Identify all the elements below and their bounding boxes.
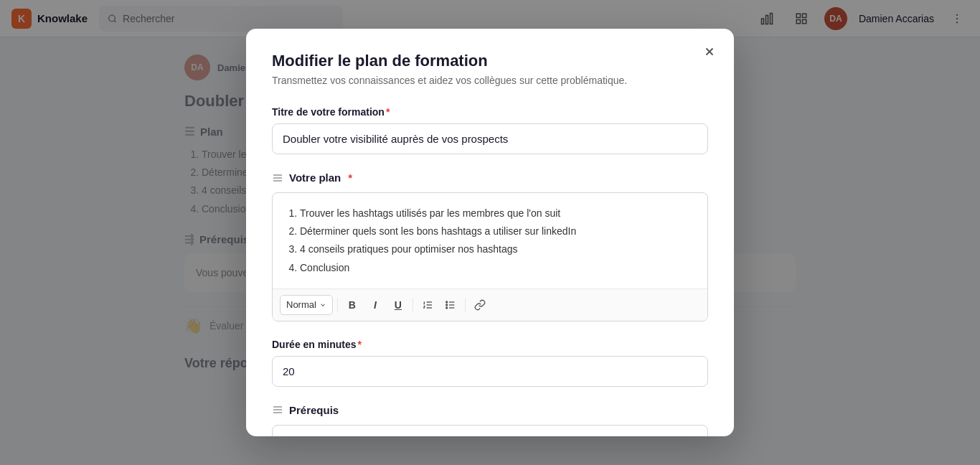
duration-input[interactable] [272,356,708,387]
plan-section-icon [272,172,283,184]
svg-point-25 [446,307,448,309]
list-item: Déterminer quels sont les bons hashtags … [300,222,696,240]
toolbar-divider-3 [465,298,466,312]
italic-button[interactable]: I [365,295,385,315]
titre-input[interactable] [272,123,708,154]
list-item: 4 conseils pratiques pour optimiser nos … [300,240,696,258]
plan-editor: Trouver les hashtags utilisés par les me… [272,192,708,321]
bold-button[interactable]: B [342,295,362,315]
list-item: Trouver les hashtags utilisés par les me… [300,205,696,222]
svg-point-24 [446,304,448,306]
duration-field-group: Durée en minutes* [272,339,708,387]
link-button[interactable] [470,295,490,315]
plan-format-label: Normal [286,299,316,310]
toolbar-divider-2 [413,298,413,312]
modal-close-button[interactable] [699,42,720,62]
modal-overlay[interactable]: Modifier le plan de formation Transmette… [0,0,980,388]
modal: Modifier le plan de formation Transmette… [246,29,734,388]
modal-title: Modifier le plan de formation [272,52,708,70]
plan-format-select[interactable]: Normal [280,295,333,315]
svg-point-23 [446,301,448,303]
titre-label: Titre de votre formation* [272,106,708,118]
underline-button[interactable]: U [388,295,408,315]
chevron-down-icon [319,301,326,309]
duration-label: Durée en minutes* [272,339,708,350]
plan-toolbar: Normal B I U [273,288,707,321]
plan-items-list: Trouver les hashtags utilisés par les me… [284,205,696,277]
titre-field-group: Titre de votre formation* [272,106,708,154]
plan-section-label: Votre plan* [272,172,708,184]
toolbar-divider [337,298,338,312]
plan-field-group: Votre plan* Trouver les hashtags utilisé… [272,172,708,321]
list-item: Conclusion [300,259,696,277]
plan-content[interactable]: Trouver les hashtags utilisés par les me… [273,193,707,288]
ordered-list-button[interactable] [418,295,438,315]
unordered-list-button[interactable] [440,295,461,315]
modal-subtitle: Transmettez vos connaissances et aidez v… [272,75,708,86]
